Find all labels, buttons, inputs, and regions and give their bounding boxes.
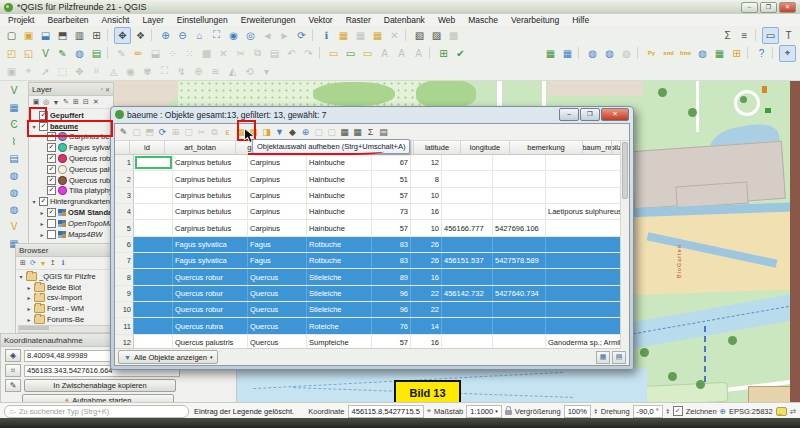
table-cell[interactable]: Stieleiche [307,286,372,301]
table-cell[interactable] [134,286,173,301]
filter-mode-button[interactable]: ▼ Alle Objekte anzeigen ▾ [118,350,218,364]
menu-erweiterungen[interactable]: Erweiterungen [241,15,296,25]
crs-globe-icon[interactable]: ⊕ [720,407,726,416]
layer-panel-icon[interactable]: ✕ [91,97,101,107]
table-cell[interactable]: Stieleiche [307,302,372,317]
table-cell[interactable]: 5427640.734 [493,286,546,301]
table-cell[interactable] [546,302,623,317]
coordinate-display[interactable]: 456115.8,5427715.5 [348,405,424,418]
column-header[interactable] [115,141,130,154]
table-cell[interactable]: 456142.732 [442,286,493,301]
layer-checkbox[interactable] [47,219,56,228]
toolbar-icon[interactable]: ✎ [114,46,129,61]
render-checkbox[interactable]: ✓ [673,406,683,416]
toolbar-icon[interactable]: ✕ [387,28,402,43]
layer-tree-item[interactable]: ✓Quercus palustris [37,164,113,175]
maximize-button[interactable]: ❐ [760,2,777,13]
toolbar-icon[interactable]: ✥ [72,64,87,79]
layer-tree-item[interactable]: ▾✓baeume [29,121,113,132]
expander-icon[interactable]: ▾ [31,123,37,130]
table-cell[interactable] [134,302,173,317]
browser-panel-icon[interactable]: ⊞ [18,258,28,268]
table-cell[interactable]: Carpinus betulus [173,188,248,203]
toolbar-icon[interactable]: ℹ [319,28,334,43]
table-cell[interactable] [546,253,623,268]
scale-combo[interactable]: 1:1000 ▾ [466,405,502,418]
toolbar-icon[interactable]: A [411,46,426,61]
table-cell[interactable] [493,155,546,170]
layer-tree-item[interactable]: ▾✓Hintergrundkarten [29,196,113,207]
menu-einstellungen[interactable]: Einstellungen [177,15,228,25]
table-row[interactable]: 8Quercus roburQuercusStieleiche89168nein [115,269,629,285]
table-cell[interactable]: Roteiche [307,318,372,333]
table-cell[interactable] [442,318,493,333]
table-cell[interactable]: Quercus [248,269,307,284]
toolbar-icon[interactable]: ▧ [412,28,427,43]
table-row[interactable]: 3Carpinus betulusCarpinusHainbuche57101n… [115,188,629,204]
expander-icon[interactable]: ▸ [26,284,32,291]
toolbar-icon[interactable]: ▭ [762,27,779,44]
table-cell[interactable] [493,188,546,203]
toolbar-icon[interactable]: ► [277,28,292,43]
table-cell[interactable]: Hainbuche [307,171,372,186]
table-cell[interactable] [134,269,173,284]
table-row[interactable]: 1Carpinus betulusCarpinusHainbuche67123n… [115,155,629,171]
layer-tree-item[interactable]: ✓Gepuffert [29,110,113,121]
projected-crs-icon[interactable]: ⌗ [5,364,21,377]
toolbar-icon[interactable]: ⊖ [175,28,190,43]
table-cell[interactable] [546,220,623,235]
attribute-toolbar-icon[interactable]: ⊕ [300,126,312,139]
toolbar-icon[interactable]: ✔ [453,46,468,61]
toolbar-icon[interactable]: ◬ [106,64,121,79]
table-cell[interactable]: Carpinus betulus [173,220,248,235]
browser-item[interactable]: ▸Forst - WM [24,303,113,314]
table-cell[interactable]: Carpinus [248,220,307,235]
form-view-icon[interactable]: ▤ [612,351,626,364]
table-cell[interactable]: 12 [115,335,134,349]
table-cell[interactable]: 83 [372,253,411,268]
table-cell[interactable] [134,220,173,235]
layer-panel-icon[interactable]: ◎ [41,97,51,107]
layer-panel-icon[interactable]: ⊞ [71,97,81,107]
table-cell[interactable]: 456166.777 [442,220,493,235]
table-cell[interactable]: Sumpfeiche [307,335,372,349]
column-header[interactable]: latitude [414,141,461,154]
table-cell[interactable]: Carpinus [248,171,307,186]
add-layer-icon[interactable]: ◍ [6,202,22,217]
table-cell[interactable]: 89 [372,269,411,284]
table-cell[interactable]: 8 [411,171,442,186]
toolbar-icon[interactable]: ⬓ [38,28,53,43]
layer-checkbox[interactable]: ✓ [47,154,56,163]
table-cell[interactable]: Quercus rubra [173,318,248,333]
layer-checkbox[interactable]: ✓ [47,143,56,152]
table-cell[interactable] [493,269,546,284]
table-cell[interactable]: 4 [115,204,134,219]
toolbar-icon[interactable]: ↷ [301,46,316,61]
attribute-toolbar-icon[interactable]: ▦ [339,126,351,139]
attribute-toolbar-icon[interactable]: ◨ [261,126,273,139]
toolbar-icon[interactable]: ⌂ [192,28,207,43]
table-cell[interactable]: 26 [411,253,442,268]
menu-verarbeitung[interactable]: Verarbeitung [511,15,559,25]
toolbar-icon[interactable]: ▨ [429,28,444,43]
toolbar-icon[interactable]: ▦ [353,28,368,43]
toolbar-icon[interactable]: ◍ [602,46,617,61]
dialog-minimize-button[interactable]: – [559,108,579,121]
table-cell[interactable]: 22 [411,286,442,301]
toolbar-icon[interactable]: ✾ [140,64,155,79]
attribute-toolbar-icon[interactable]: ▢ [313,126,325,139]
toolbar-icon[interactable]: ✕ [216,46,231,61]
layer-checkbox[interactable]: ✓ [39,122,48,131]
table-cell[interactable]: 6 [115,237,134,252]
column-header[interactable]: longitude [461,141,510,154]
table-cell[interactable] [134,155,173,170]
table-cell[interactable]: 3 [115,188,134,203]
table-cell[interactable] [546,188,623,203]
copy-to-clipboard-button[interactable]: In Zwischenablage kopieren [24,379,176,392]
attribute-toolbar-icon[interactable]: ✎ [118,126,130,139]
layer-tree-item[interactable]: ✓Quercus rubra [37,175,113,186]
expander-icon[interactable]: ▸ [26,294,32,301]
toolbar-icon[interactable]: ◭ [225,64,240,79]
table-cell[interactable] [442,302,493,317]
add-layer-icon[interactable]: ◍ [6,168,22,183]
